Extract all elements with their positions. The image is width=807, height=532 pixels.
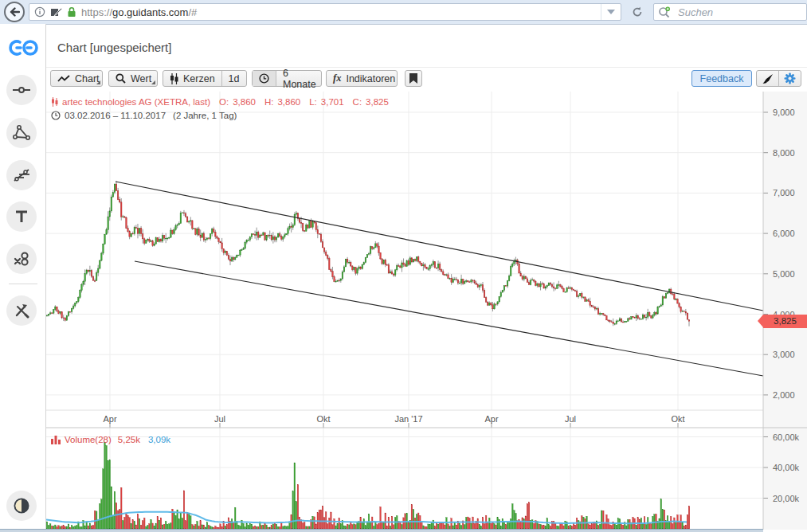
- url-scheme: https://: [81, 6, 112, 18]
- contrast-icon: [13, 497, 30, 514]
- close-value: 3,825: [366, 97, 389, 107]
- text-tool-icon: [14, 209, 29, 224]
- series-legend: artec technologies AG (XETRA, last) O:3,…: [51, 97, 389, 107]
- volume-ma-value: 3,09k: [148, 435, 170, 444]
- sidebar-shape-tool[interactable]: [6, 118, 37, 148]
- interval-label: 1d: [229, 73, 240, 84]
- page-title: Chart [ungespeichert]: [57, 41, 171, 54]
- brush-icon: [762, 73, 774, 84]
- last-price-tag: 3,825: [763, 315, 807, 328]
- line-tool-icon: [13, 86, 30, 94]
- draw-brush-button[interactable]: [757, 71, 778, 86]
- period-button[interactable]: 6 Monate: [276, 71, 323, 86]
- volume-bars: [46, 442, 690, 529]
- url-bar[interactable]: https://go.guidants.com/#: [29, 3, 621, 21]
- sidebar-line-tool[interactable]: [6, 75, 37, 105]
- svg-text:Okt: Okt: [316, 414, 330, 424]
- range-legend: 03.02.2016 – 11.10.2017 (2 Jahre, 1 Tag): [51, 111, 237, 120]
- candlesticks: [46, 181, 690, 326]
- svg-text:5,000: 5,000: [773, 269, 795, 279]
- objects-tool-icon: [13, 251, 30, 267]
- period-group: 6 Monate: [252, 70, 322, 87]
- volume-value: 5,25k: [118, 435, 140, 444]
- svg-text:40,00k: 40,00k: [773, 463, 800, 472]
- indicators-label: Indikatoren: [346, 73, 395, 84]
- indicators-button[interactable]: fx Indikatoren: [326, 70, 398, 87]
- high-label: H:: [264, 97, 274, 107]
- svg-text:8,000: 8,000: [773, 148, 795, 158]
- title-separator: [46, 67, 807, 68]
- svg-text:Okt: Okt: [671, 414, 684, 424]
- back-button[interactable]: [4, 2, 25, 22]
- search-input[interactable]: [676, 6, 799, 19]
- url-domain: go.guidants.com: [112, 6, 188, 18]
- candles-icon: [170, 73, 178, 84]
- candle-style-button[interactable]: Kerzen: [163, 71, 221, 86]
- dropdown-icon: [607, 10, 615, 14]
- range-clock-icon: [51, 111, 61, 120]
- svg-text:Jul: Jul: [565, 414, 576, 424]
- shape-tool-icon: [13, 125, 30, 141]
- series-name: artec technologies AG (XETRA, last): [62, 97, 210, 107]
- reload-button[interactable]: [628, 3, 647, 21]
- trend-channel[interactable]: [116, 182, 763, 376]
- fibonacci-tool-icon: [13, 168, 30, 182]
- instrument-search-label: Wert: [131, 73, 151, 84]
- lock-icon[interactable]: [67, 6, 76, 18]
- bottom-scrollbar[interactable]: [0, 529, 763, 532]
- volume-legend: Volume(28) 5,25k 3,09k: [51, 435, 170, 444]
- line-chart-icon: [57, 75, 70, 83]
- sidebar-fibonacci-tool[interactable]: [6, 160, 37, 190]
- interval-button[interactable]: 1d: [221, 71, 246, 86]
- svg-text:Jul: Jul: [214, 414, 225, 424]
- browser-toolbar: https://go.guidants.com/#: [0, 0, 807, 25]
- instrument-search-button[interactable]: Wert: [108, 70, 158, 87]
- info-icon[interactable]: [34, 6, 45, 18]
- svg-text:9,000: 9,000: [773, 108, 795, 117]
- svg-text:2,000: 2,000: [773, 390, 795, 400]
- url-text[interactable]: https://go.guidants.com/#: [81, 6, 197, 18]
- chart-settings-group: [756, 70, 801, 87]
- candle-interval-group: Kerzen 1d: [163, 70, 247, 87]
- back-icon: [9, 7, 20, 17]
- clock-icon: [259, 73, 269, 84]
- magnifier-icon: [116, 73, 126, 84]
- svg-text:60,00k: 60,00k: [773, 432, 800, 442]
- range-text: 03.02.2016 – 11.10.2017: [65, 111, 166, 120]
- candle-style-label: Kerzen: [183, 73, 215, 84]
- theme-contrast-toggle[interactable]: [6, 491, 37, 521]
- svg-text:3,000: 3,000: [773, 350, 795, 359]
- edit-icon[interactable]: [50, 7, 62, 18]
- bookmark-button[interactable]: [405, 70, 422, 87]
- bookmark-icon: [409, 73, 417, 84]
- chart-canvas[interactable]: 9,0008,0007,0006,0005,0004,0003,0002,000…: [46, 92, 807, 530]
- sidebar-divider: [9, 284, 37, 284]
- chart-type-label: Chart: [75, 73, 100, 84]
- url-path: /#: [188, 6, 197, 18]
- period-clock-button[interactable]: [253, 71, 276, 86]
- svg-text:7,000: 7,000: [773, 188, 795, 198]
- volume-name: Volume(28): [65, 435, 112, 444]
- sidebar-tools[interactable]: [6, 295, 37, 326]
- sidebar-text-tool[interactable]: [6, 201, 37, 232]
- svg-text:Jan '17: Jan '17: [394, 414, 422, 424]
- sidebar-objects-tool[interactable]: [6, 244, 37, 274]
- close-label: C:: [353, 97, 362, 107]
- guidants-logo[interactable]: [8, 36, 38, 60]
- settings-button[interactable]: [778, 71, 801, 86]
- gear-icon: [784, 72, 796, 84]
- duration-text: (2 Jahre, 1 Tag): [173, 111, 237, 120]
- axis-labels: 9,0008,0007,0006,0005,0004,0003,0002,000…: [46, 92, 807, 530]
- low-label: L:: [309, 97, 317, 107]
- open-value: 3,860: [233, 97, 256, 107]
- high-value: 3,860: [277, 97, 300, 107]
- chart-type-button[interactable]: Chart: [50, 70, 103, 87]
- series-candle-icon: [51, 97, 58, 107]
- reload-icon: [632, 6, 643, 18]
- svg-text:Apr: Apr: [484, 414, 498, 424]
- search-icon[interactable]: [658, 6, 672, 18]
- feedback-button[interactable]: Feedback: [691, 70, 752, 87]
- tools-icon: [14, 303, 29, 319]
- search-box[interactable]: [653, 3, 807, 21]
- url-dropdown-button[interactable]: [601, 4, 621, 20]
